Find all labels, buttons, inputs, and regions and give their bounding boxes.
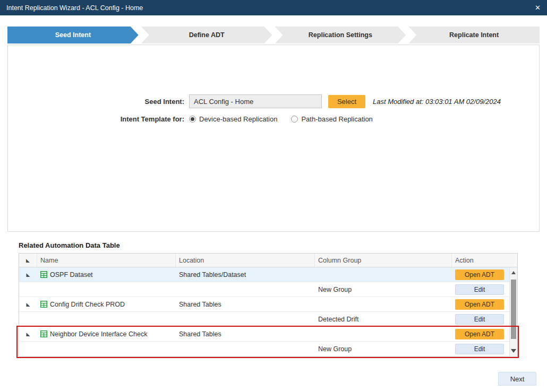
scroll-up-icon[interactable] [510,269,517,276]
header-action: Action [452,254,517,267]
adt-table-icon [40,271,47,278]
open-adt-button[interactable]: Open ADT [455,269,504,280]
open-adt-button[interactable]: Open ADT [455,299,504,310]
seed-intent-panel: Seed Intent: Select Last Modified at: 03… [7,45,540,232]
edit-button[interactable]: Edit [455,314,504,325]
step-seed-intent[interactable]: Seed Intent [7,27,139,43]
scroll-down-icon[interactable] [510,347,517,354]
adt-table-icon [40,301,47,308]
replication-type-radio-group: Device-based Replication Path-based Repl… [189,115,373,123]
intent-replication-wizard-dialog: Intent Replication Wizard - ACL Config -… [0,0,547,392]
table-row[interactable]: New Group Edit [19,282,517,297]
table-scrollbar[interactable] [509,268,517,356]
seed-intent-input[interactable] [189,94,322,108]
radio-device-based[interactable]: Device-based Replication [189,115,277,123]
radio-button-icon[interactable] [291,116,298,123]
adt-column-group: Detected Drift [315,316,452,323]
open-adt-button[interactable]: Open ADT [455,329,504,339]
adt-column-group: New Group [315,345,452,353]
header-name: Name [37,254,176,267]
last-modified-text: Last Modified at: 03:03:01 AM 02/09/2024 [373,98,501,106]
table-header-row: ◣ Name Location Column Group Action [19,254,517,267]
radio-path-based[interactable]: Path-based Replication [291,115,372,123]
related-adt-title: Related Automation Data Table [19,241,547,249]
step-define-adt[interactable]: Define ADT [141,27,272,43]
adt-location: Shared Tables/Dataset [176,271,315,278]
radio-button-icon[interactable] [189,116,196,123]
scrollbar-thumb[interactable] [511,280,516,339]
row-expander-icon[interactable]: ◣ [19,332,37,337]
select-button[interactable]: Select [328,95,365,108]
step-label: Replicate Intent [449,31,499,39]
adt-location: Shared Tables [176,330,315,338]
intent-template-label: Intent Template for: [8,115,184,123]
table-row[interactable]: ◣ Config Drift Check PROD Shared Tables … [19,297,517,312]
seed-intent-label: Seed Intent: [8,98,184,106]
adt-location: Shared Tables [176,301,315,308]
radio-label: Device-based Replication [199,115,277,123]
row-expander-icon[interactable]: ◣ [19,272,37,277]
table-row[interactable]: ◣ OSPF Dataset Shared Tables/Dataset Ope… [19,267,517,282]
dialog-title: Intent Replication Wizard - ACL Config -… [6,4,143,12]
table-row[interactable]: New Group Edit [19,342,517,356]
close-icon[interactable]: ✕ [535,4,541,11]
header-location: Location [176,254,315,267]
next-button[interactable]: Next [498,372,536,386]
adt-name: OSPF Dataset [50,271,93,278]
table-row[interactable]: ◣ Neighbor Device Interface Check Shared… [19,327,517,342]
step-label: Define ADT [189,31,225,39]
related-adt-table: ◣ Name Location Column Group Action ◣ OS… [19,253,518,357]
header-column-group: Column Group [315,254,452,267]
edit-button[interactable]: Edit [455,284,504,295]
adt-name: Config Drift Check PROD [50,301,125,308]
step-label: Replication Settings [309,31,372,39]
step-replication-settings[interactable]: Replication Settings [275,27,406,43]
adt-name: Neighbor Device Interface Check [50,330,147,338]
wizard-steps: Seed Intent Define ADT Replication Setti… [7,27,540,43]
edit-button[interactable]: Edit [455,344,504,354]
step-label: Seed Intent [55,31,91,39]
collapse-all-icon[interactable]: ◣ [19,254,37,267]
step-replicate-intent[interactable]: Replicate Intent [408,27,540,43]
adt-column-group: New Group [315,286,452,293]
table-row[interactable]: Detected Drift Edit [19,312,517,327]
row-expander-icon[interactable]: ◣ [19,302,37,307]
radio-label: Path-based Replication [301,115,372,123]
dialog-titlebar: Intent Replication Wizard - ACL Config -… [0,0,547,15]
adt-table-icon [40,330,47,337]
